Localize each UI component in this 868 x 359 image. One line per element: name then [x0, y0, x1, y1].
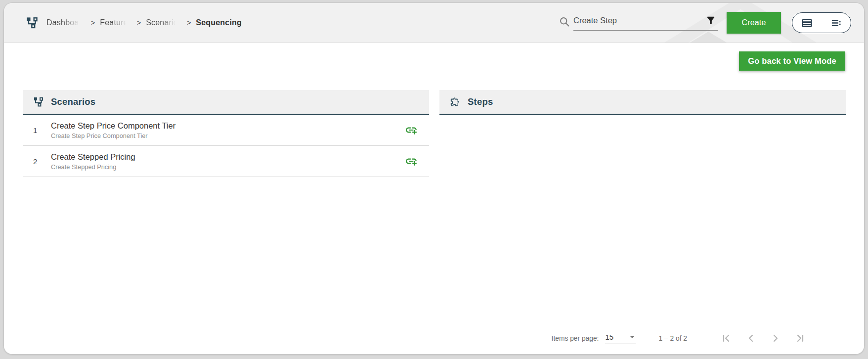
top-toolbar: Dashboard > Features > Scenarios > Seque… — [4, 3, 864, 43]
breadcrumb: Dashboard > Features > Scenarios > Seque… — [26, 16, 242, 29]
scenario-row-1[interactable]: 1 Create Step Price Component Tier Creat… — [23, 115, 429, 146]
app-window: Dashboard > Features > Scenarios > Seque… — [3, 2, 865, 355]
last-page-icon — [794, 332, 806, 344]
hierarchy-icon — [33, 96, 44, 107]
search-area — [559, 14, 718, 32]
add-link-icon — [405, 124, 418, 136]
breadcrumb-link-scenarios[interactable]: Scenarios — [146, 18, 182, 27]
card-view-button[interactable] — [792, 13, 822, 33]
next-page-icon — [770, 332, 781, 344]
items-per-page-label: Items per page: — [552, 335, 599, 342]
list-view-button[interactable] — [822, 13, 851, 33]
page-range-label: 1 – 2 of 2 — [658, 335, 687, 342]
scenario-row-2[interactable]: 2 Create Stepped Pricing Create Stepped … — [23, 146, 429, 177]
previous-page-icon — [745, 332, 757, 344]
scenario-title: Create Step Price Component Tier — [51, 121, 403, 131]
page-size-select[interactable]: 15 — [605, 333, 636, 344]
scenarios-panel: Scenarios 1 Create Step Price Component … — [23, 90, 429, 177]
next-page-button[interactable] — [768, 331, 783, 346]
breadcrumb-current-page: Sequencing — [196, 18, 242, 27]
scenario-title: Create Stepped Pricing — [51, 152, 403, 162]
steps-panel: Steps — [439, 90, 846, 177]
main-content: Go back to View Mode Scenarios 1 C — [4, 43, 864, 354]
caret-down-icon — [630, 336, 635, 338]
view-toggle-group — [792, 12, 851, 33]
breadcrumb-link-dashboard[interactable]: Dashboard — [46, 18, 86, 27]
scenario-subtitle: Create Step Price Component Tier — [51, 132, 403, 140]
card-view-icon — [801, 17, 813, 29]
breadcrumb-separator: > — [137, 19, 141, 27]
breadcrumb-link-features[interactable]: Features — [100, 18, 132, 27]
search-field — [573, 14, 718, 31]
search-icon — [559, 16, 570, 28]
panels-row: Scenarios 1 Create Step Price Component … — [23, 90, 846, 177]
go-back-to-view-mode-button[interactable]: Go back to View Mode — [739, 51, 845, 71]
steps-panel-header: Steps — [439, 90, 846, 115]
scenario-row-index: 1 — [23, 126, 51, 135]
filter-button[interactable] — [704, 14, 718, 27]
steps-panel-title: Steps — [468, 96, 493, 107]
triangle-decoration — [690, 32, 727, 43]
first-page-button[interactable] — [719, 331, 734, 346]
first-page-icon — [720, 332, 732, 344]
last-page-button[interactable] — [793, 331, 808, 346]
scenarios-panel-header: Scenarios — [23, 90, 429, 115]
paginator-nav — [709, 331, 808, 346]
scenario-row-index: 2 — [23, 157, 51, 166]
scenario-row-text: Create Stepped Pricing Create Stepped Pr… — [51, 152, 403, 171]
add-link-button[interactable] — [403, 123, 419, 137]
scenario-subtitle: Create Stepped Pricing — [51, 163, 403, 171]
filter-icon — [705, 15, 716, 26]
breadcrumb-separator: > — [91, 19, 95, 27]
search-input[interactable] — [573, 16, 704, 25]
page-size-value: 15 — [605, 333, 613, 341]
previous-page-button[interactable] — [743, 331, 758, 346]
scenarios-panel-title: Scenarios — [51, 96, 95, 107]
puzzle-icon — [450, 96, 461, 107]
list-view-icon — [830, 17, 842, 29]
breadcrumb-separator: > — [187, 19, 191, 27]
create-button[interactable]: Create — [727, 12, 781, 34]
add-link-icon — [405, 155, 418, 168]
add-link-button[interactable] — [403, 154, 419, 169]
hierarchy-icon — [26, 16, 39, 29]
scenario-row-text: Create Step Price Component Tier Create … — [51, 121, 403, 140]
paginator: Items per page: 15 1 – 2 of 2 — [552, 325, 808, 351]
